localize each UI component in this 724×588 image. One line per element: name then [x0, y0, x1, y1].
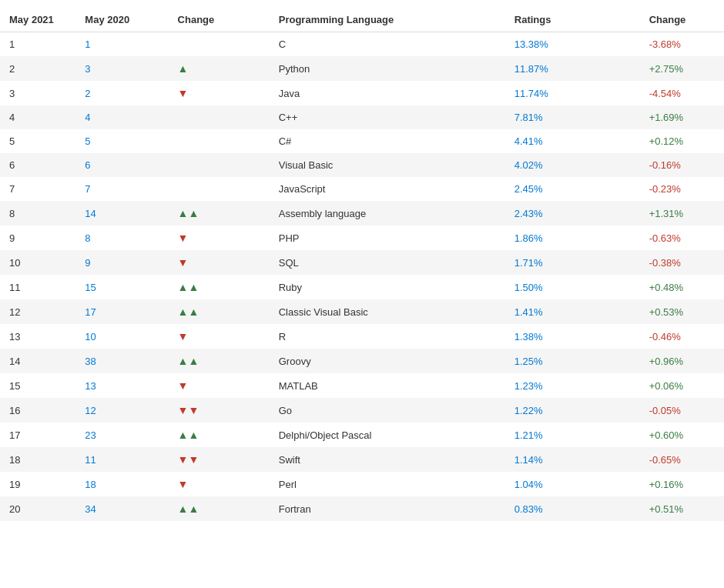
may2020-link[interactable]: 12 — [85, 405, 96, 416]
may2020-link[interactable]: 4 — [85, 112, 90, 123]
table-row: 55C#4.41%+0.12% — [0, 129, 724, 153]
table-row: 2034▲▲Fortran0.83%+0.51% — [0, 496, 724, 521]
cell-change: +0.96% — [640, 349, 724, 373]
cell-may2020[interactable]: 34 — [75, 496, 168, 521]
may2020-link[interactable]: 10 — [85, 331, 96, 342]
table-row: 98▼PHP1.86%-0.63% — [0, 226, 724, 250]
arrow-icon: ▼ — [178, 87, 189, 99]
may2020-link[interactable]: 23 — [85, 429, 96, 441]
cell-language: JavaScript — [270, 177, 505, 201]
table-row: 23▲Python11.87%+2.75% — [0, 56, 724, 81]
arrow-icon: ▲▲ — [178, 429, 199, 441]
may2020-link[interactable]: 34 — [85, 503, 96, 515]
may2020-link[interactable]: 6 — [85, 159, 90, 171]
cell-ratings: 1.86% — [505, 226, 640, 250]
may2020-link[interactable]: 9 — [85, 257, 90, 269]
cell-language: Fortran — [270, 496, 505, 521]
cell-ratings: 11.74% — [505, 81, 640, 105]
tiobe-index-table: May 2021 May 2020 Change Programming Lan… — [0, 0, 724, 529]
table-row: 1438▲▲Groovy1.25%+0.96% — [0, 349, 724, 373]
table-row: 814▲▲Assembly language2.43%+1.31% — [0, 201, 724, 226]
header-change: Change — [169, 8, 270, 32]
cell-arrow: ▼▼ — [169, 398, 270, 423]
cell-language: SQL — [270, 250, 505, 275]
table-row: 66Visual Basic4.02%-0.16% — [0, 153, 724, 177]
table-row: 1115▲▲Ruby1.50%+0.48% — [0, 275, 724, 299]
cell-ratings: 1.71% — [505, 250, 640, 275]
cell-may2020[interactable]: 8 — [75, 226, 168, 250]
arrow-icon: ▲▲ — [178, 306, 199, 318]
may2020-link[interactable]: 1 — [85, 38, 90, 50]
cell-may2020[interactable]: 2 — [75, 81, 168, 105]
cell-arrow: ▼ — [169, 250, 270, 275]
cell-may2020[interactable]: 15 — [75, 275, 168, 299]
arrow-icon: ▼▼ — [178, 453, 199, 466]
cell-ratings: 13.38% — [505, 32, 640, 57]
cell-change: +2.75% — [640, 56, 724, 81]
cell-ratings: 1.22% — [505, 398, 640, 423]
table-row: 1310▼R1.38%-0.46% — [0, 324, 724, 349]
table-body: 11C13.38%-3.68%23▲Python11.87%+2.75%32▼J… — [0, 32, 724, 522]
may2020-link[interactable]: 15 — [85, 282, 96, 293]
arrow-icon: ▼ — [178, 256, 189, 269]
may2020-link[interactable]: 17 — [85, 306, 96, 318]
may2020-link[interactable]: 18 — [85, 479, 96, 490]
cell-language: Visual Basic — [270, 153, 505, 177]
cell-may2020[interactable]: 11 — [75, 447, 168, 472]
cell-may2020[interactable]: 9 — [75, 250, 168, 275]
cell-may2020[interactable]: 7 — [75, 177, 168, 201]
cell-may2020[interactable]: 23 — [75, 423, 168, 447]
cell-may2021: 16 — [0, 398, 75, 423]
cell-arrow — [169, 129, 270, 153]
cell-may2020[interactable]: 5 — [75, 129, 168, 153]
cell-may2020[interactable]: 12 — [75, 398, 168, 423]
cell-ratings: 1.25% — [505, 349, 640, 373]
cell-change: -0.16% — [640, 153, 724, 177]
cell-may2021: 12 — [0, 299, 75, 324]
table-row: 44C++7.81%+1.69% — [0, 105, 724, 129]
cell-may2020[interactable]: 3 — [75, 56, 168, 81]
cell-change: -0.63% — [640, 226, 724, 250]
may2020-link[interactable]: 8 — [85, 232, 90, 244]
cell-arrow: ▲ — [169, 56, 270, 81]
may2020-link[interactable]: 11 — [85, 454, 96, 466]
cell-ratings: 1.14% — [505, 447, 640, 472]
cell-change: +0.16% — [640, 472, 724, 496]
may2020-link[interactable]: 5 — [85, 135, 90, 147]
cell-arrow — [169, 153, 270, 177]
cell-may2021: 9 — [0, 226, 75, 250]
cell-ratings: 1.38% — [505, 324, 640, 349]
cell-may2020[interactable]: 6 — [75, 153, 168, 177]
cell-may2020[interactable]: 10 — [75, 324, 168, 349]
table-row: 32▼Java11.74%-4.54% — [0, 81, 724, 105]
cell-arrow — [169, 105, 270, 129]
cell-language: Go — [270, 398, 505, 423]
cell-may2020[interactable]: 18 — [75, 472, 168, 496]
may2020-link[interactable]: 3 — [85, 63, 90, 75]
cell-arrow: ▲▲ — [169, 349, 270, 373]
cell-language: C — [270, 32, 505, 57]
cell-ratings: 1.41% — [505, 299, 640, 324]
may2020-link[interactable]: 14 — [85, 208, 96, 219]
cell-arrow — [169, 177, 270, 201]
cell-may2021: 3 — [0, 81, 75, 105]
cell-may2020[interactable]: 38 — [75, 349, 168, 373]
cell-may2020[interactable]: 17 — [75, 299, 168, 324]
may2020-link[interactable]: 2 — [85, 88, 90, 99]
cell-language: Groovy — [270, 349, 505, 373]
cell-may2020[interactable]: 4 — [75, 105, 168, 129]
cell-may2020[interactable]: 13 — [75, 373, 168, 398]
cell-language: C++ — [270, 105, 505, 129]
cell-may2020[interactable]: 14 — [75, 201, 168, 226]
cell-arrow: ▼ — [169, 373, 270, 398]
cell-ratings: 7.81% — [505, 105, 640, 129]
arrow-icon: ▼ — [178, 232, 189, 244]
may2020-link[interactable]: 38 — [85, 356, 96, 367]
may2020-link[interactable]: 13 — [85, 380, 96, 392]
cell-arrow: ▲▲ — [169, 299, 270, 324]
cell-language: Assembly language — [270, 201, 505, 226]
cell-may2020[interactable]: 1 — [75, 32, 168, 57]
cell-may2021: 5 — [0, 129, 75, 153]
arrow-icon: ▲▲ — [178, 503, 199, 515]
may2020-link[interactable]: 7 — [85, 183, 90, 195]
